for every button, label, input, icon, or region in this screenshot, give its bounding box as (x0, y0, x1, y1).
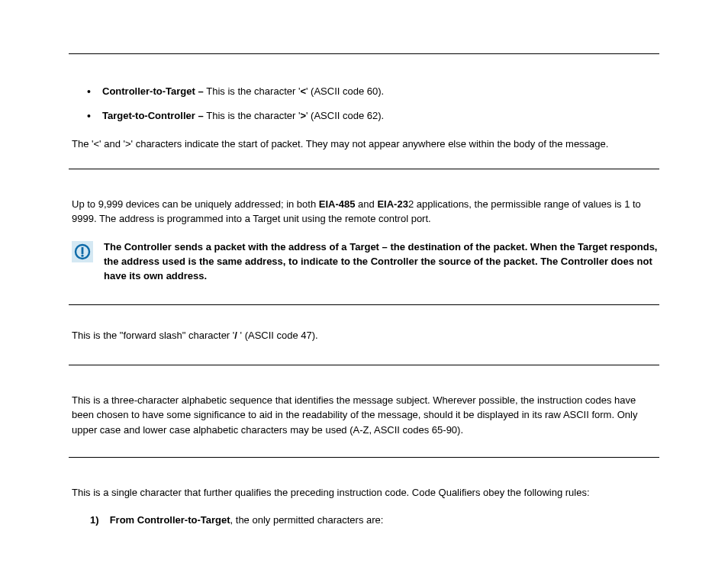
section-rule (69, 169, 659, 169)
bullet-text-end: ' (ASCII code 60). (306, 85, 384, 97)
svg-point-2 (81, 254, 83, 256)
bullet-char: > (300, 110, 306, 121)
text-bold: From Controller-to-Target (110, 514, 230, 526)
note-callout: The Controller sends a packet with the a… (69, 240, 659, 284)
list-item: 1) From Controller-to-Target, the only p… (90, 513, 659, 528)
bullet-label: Controller-to-Target – (102, 85, 206, 97)
section-rule (69, 365, 659, 365)
bullet-list: Controller-to-Target – This is the chara… (69, 85, 659, 123)
text-run: ' (ASCII code 47). (237, 330, 318, 341)
bullet-char: < (300, 85, 306, 97)
section-rule (69, 457, 659, 458)
top-horizontal-rule (69, 53, 659, 54)
info-icon (72, 241, 93, 262)
bullet-text: This is the character ' (206, 110, 300, 121)
numbered-list: 1) From Controller-to-Target, the only p… (69, 513, 659, 528)
section-rule (69, 304, 659, 305)
paragraph: Up to 9,999 devices can be uniquely addr… (69, 197, 659, 227)
paragraph: The '<' and '>' characters indicate the … (69, 137, 659, 152)
text-bold: EIA-485 (319, 198, 356, 210)
bullet-text-end: ' (ASCII code 62). (306, 110, 384, 121)
paragraph: This is a three-character alphabetic seq… (69, 382, 659, 441)
note-text: The Controller sends a packet with the a… (104, 240, 659, 284)
text-bold: EIA-23 (377, 198, 407, 210)
bullet-item: Controller-to-Target – This is the chara… (102, 85, 659, 98)
bullet-label: Target-to-Controller – (102, 110, 206, 121)
bullet-text: This is the character ' (206, 85, 300, 97)
bullet-item: Target-to-Controller – This is the chara… (102, 109, 659, 123)
paragraph: This is the "forward slash" character '/… (69, 322, 659, 348)
text-run: , the only permitted characters are: (230, 514, 384, 526)
text-run: and (355, 198, 377, 210)
svg-rect-1 (82, 247, 84, 254)
list-number: 1) (90, 513, 107, 528)
paragraph: This is a single character that further … (69, 485, 659, 500)
text-run: Up to 9,999 devices can be uniquely addr… (72, 198, 319, 210)
text-run: This is the "forward slash" character ' (72, 330, 234, 341)
